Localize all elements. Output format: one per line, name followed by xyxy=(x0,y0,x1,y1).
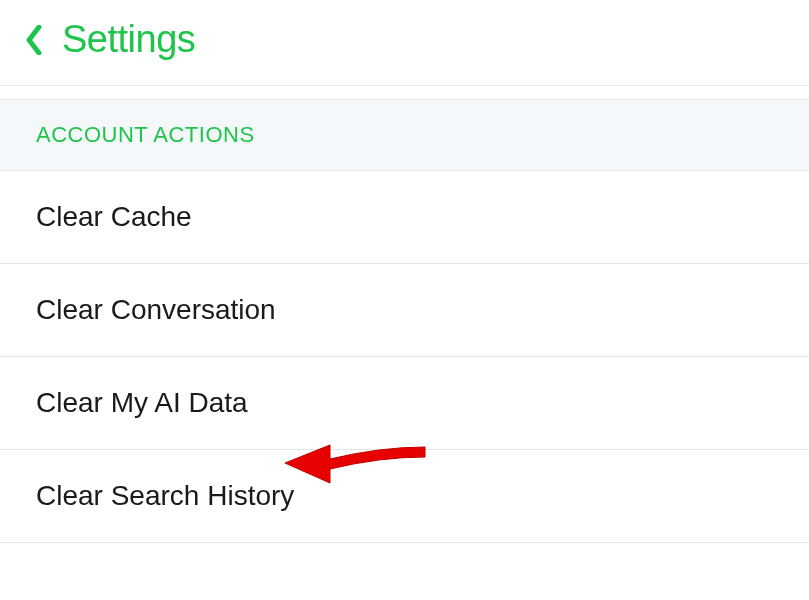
list-item-label: Clear My AI Data xyxy=(36,387,248,418)
list-item-clear-cache[interactable]: Clear Cache xyxy=(0,171,809,264)
back-button[interactable] xyxy=(24,24,44,56)
section-header-account-actions: ACCOUNT ACTIONS xyxy=(0,99,809,171)
list-item-clear-my-ai-data[interactable]: Clear My AI Data xyxy=(0,357,809,450)
list-item-clear-search-history[interactable]: Clear Search History xyxy=(0,450,809,543)
list-item-label: Clear Conversation xyxy=(36,294,276,325)
chevron-left-icon xyxy=(25,25,43,55)
list-item-label: Clear Cache xyxy=(36,201,192,232)
list-item-clear-conversation[interactable]: Clear Conversation xyxy=(0,264,809,357)
page-title: Settings xyxy=(62,18,195,61)
settings-header: Settings xyxy=(0,0,809,85)
list-item-label: Clear Search History xyxy=(36,480,294,511)
divider xyxy=(0,85,809,99)
